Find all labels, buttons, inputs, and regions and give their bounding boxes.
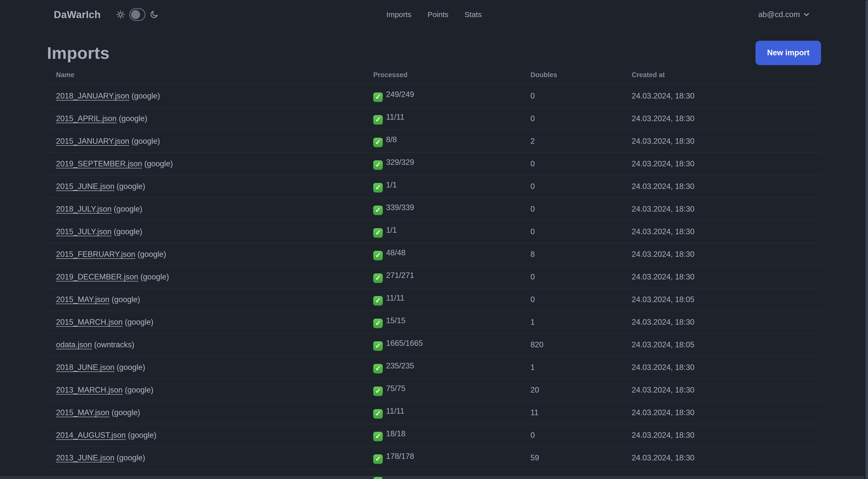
name-cell: 2014_AUGUST.json (google) <box>47 424 364 447</box>
vertical-scrollbar[interactable] <box>866 0 868 479</box>
import-source: (google) <box>117 453 145 462</box>
processed-count: 75/75 <box>386 384 406 393</box>
column-header-name: Name <box>47 65 364 85</box>
import-source: (google) <box>125 386 153 394</box>
name-cell: 2013_JUNE.json (google) <box>47 447 364 469</box>
name-cell: odata.json (owntracks) <box>47 333 364 356</box>
name-cell: 2019_DECEMBER.json (google) <box>47 266 364 288</box>
table-row-partial: ✓ <box>47 469 821 479</box>
name-cell: 2018_JULY.json (google) <box>47 198 364 220</box>
doubles-cell: 820 <box>521 333 623 356</box>
page-title: Imports <box>47 43 110 63</box>
import-file-link[interactable]: 2018_JANUARY.json <box>56 91 129 100</box>
created-at-cell <box>623 469 821 479</box>
processed-count: 8/8 <box>386 135 397 144</box>
main-nav: Imports Points Stats <box>386 10 482 19</box>
doubles-cell: 59 <box>521 447 623 469</box>
table-row: 2018_JULY.json (google)✓339/339024.03.20… <box>47 198 821 220</box>
doubles-cell: 20 <box>521 379 623 401</box>
green-check-icon: ✓ <box>373 319 383 328</box>
name-cell: 2018_JANUARY.json (google) <box>47 85 364 107</box>
import-source: (google) <box>112 408 140 417</box>
import-file-link[interactable]: 2018_JUNE.json <box>56 363 115 372</box>
import-source: (owntracks) <box>94 340 134 349</box>
import-file-link[interactable]: 2015_JANUARY.json <box>56 137 129 146</box>
doubles-cell: 0 <box>521 220 623 243</box>
import-source: (google) <box>131 91 160 100</box>
green-check-icon: ✓ <box>373 387 383 396</box>
green-check-icon: ✓ <box>373 273 383 283</box>
processed-cell: ✓271/271 <box>364 266 521 288</box>
table-row: odata.json (owntracks)✓1665/166582024.03… <box>47 333 821 356</box>
processed-count: 329/329 <box>386 158 414 167</box>
import-file-link[interactable]: 2015_APRIL.json <box>56 114 117 123</box>
green-check-icon: ✓ <box>373 432 383 441</box>
name-cell: 2018_JUNE.json (google) <box>47 356 364 379</box>
table-row: 2013_JUNE.json (google)✓178/1785924.03.2… <box>47 447 821 469</box>
created-at-cell: 24.03.2024, 18:05 <box>623 288 821 311</box>
import-file-link[interactable]: 2019_SEPTEMBER.json <box>56 159 142 168</box>
import-source: (google) <box>141 272 169 281</box>
import-file-link[interactable]: 2015_MAY.json <box>56 295 110 304</box>
created-at-cell: 24.03.2024, 18:05 <box>623 333 821 356</box>
import-source: (google) <box>119 114 148 123</box>
green-check-icon: ✓ <box>373 409 383 419</box>
processed-count: 1/1 <box>386 180 397 189</box>
import-file-link[interactable]: 2013_MARCH.json <box>56 386 123 394</box>
processed-cell: ✓15/15 <box>364 311 521 333</box>
import-file-link[interactable]: 2019_DECEMBER.json <box>56 272 138 281</box>
processed-cell: ✓1/1 <box>364 220 521 243</box>
doubles-cell: 2 <box>521 130 623 153</box>
import-source: (google) <box>117 182 145 191</box>
import-file-link[interactable]: odata.json <box>56 340 92 349</box>
processed-cell: ✓249/249 <box>364 85 521 107</box>
navbar-right: ab@cd.com <box>757 10 812 19</box>
name-cell: 2015_MAY.json (google) <box>47 288 364 311</box>
new-import-button[interactable]: New import <box>755 41 821 65</box>
processed-count: 271/271 <box>386 271 414 280</box>
doubles-cell: 11 <box>521 401 623 424</box>
processed-count: 235/235 <box>386 361 414 370</box>
processed-cell: ✓11/11 <box>364 288 521 311</box>
user-menu[interactable]: ab@cd.com <box>757 10 812 19</box>
import-file-link[interactable]: 2014_AUGUST.json <box>56 431 126 440</box>
processed-cell: ✓235/235 <box>364 356 521 379</box>
nav-stats[interactable]: Stats <box>465 10 482 19</box>
import-file-link[interactable]: 2015_JULY.json <box>56 227 112 236</box>
sun-icon <box>116 10 125 19</box>
brand-logo[interactable]: DaWarIch <box>54 9 101 20</box>
import-file-link[interactable]: 2015_MAY.json <box>56 408 110 417</box>
green-check-icon: ✓ <box>373 206 383 215</box>
nav-points[interactable]: Points <box>428 10 448 19</box>
table-row: 2018_JANUARY.json (google)✓249/249024.03… <box>47 85 821 107</box>
import-source: (google) <box>145 159 173 168</box>
created-at-cell: 24.03.2024, 18:30 <box>623 198 821 220</box>
column-header-doubles: Doubles <box>521 65 623 85</box>
processed-cell: ✓18/18 <box>364 424 521 447</box>
table-row: 2015_MAY.json (google)✓11/111124.03.2024… <box>47 401 821 424</box>
created-at-cell: 24.03.2024, 18:30 <box>623 266 821 288</box>
processed-count: 48/48 <box>386 248 406 257</box>
created-at-cell: 24.03.2024, 18:30 <box>623 130 821 153</box>
green-check-icon: ✓ <box>373 228 383 238</box>
user-email: ab@cd.com <box>758 10 800 19</box>
import-file-link[interactable]: 2015_JUNE.json <box>56 182 115 191</box>
created-at-cell: 24.03.2024, 18:30 <box>623 356 821 379</box>
green-check-icon: ✓ <box>373 115 383 125</box>
import-file-link[interactable]: 2013_JUNE.json <box>56 453 115 462</box>
table-row: 2015_APRIL.json (google)✓11/11024.03.202… <box>47 107 821 130</box>
import-file-link[interactable]: 2018_JULY.json <box>56 205 112 213</box>
import-file-link[interactable]: 2015_MARCH.json <box>56 318 123 326</box>
name-cell: 2015_APRIL.json (google) <box>47 107 364 130</box>
table-body: 2018_JANUARY.json (google)✓249/249024.03… <box>47 85 821 479</box>
created-at-cell: 24.03.2024, 18:30 <box>623 243 821 266</box>
nav-imports[interactable]: Imports <box>386 10 411 19</box>
name-cell: 2015_JUNE.json (google) <box>47 175 364 198</box>
theme-toggle[interactable] <box>129 8 146 21</box>
import-file-link[interactable]: 2015_FEBRUARY.json <box>56 250 135 259</box>
doubles-cell: 0 <box>521 424 623 447</box>
processed-count: 1/1 <box>386 226 397 235</box>
import-source: (google) <box>131 137 160 146</box>
name-cell: 2013_MARCH.json (google) <box>47 379 364 401</box>
green-check-icon: ✓ <box>373 341 383 351</box>
